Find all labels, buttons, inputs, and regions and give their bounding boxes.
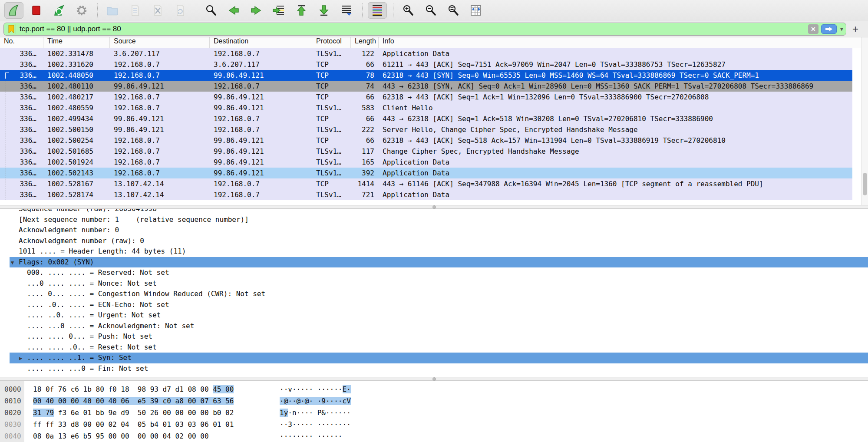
fin-icon (7, 4, 20, 17)
capture-options-button[interactable] (72, 2, 91, 19)
splitter-details-hex[interactable] (0, 377, 868, 381)
expander-open-icon[interactable]: ▼ (11, 257, 19, 268)
hex-row[interactable]: 002031 79 f3 6e 01 bb 9e d9 50 26 00 00 … (0, 407, 868, 419)
column-header-source[interactable]: Source (110, 37, 210, 48)
resizecols-icon (469, 4, 482, 17)
detail-line[interactable]: Acknowledgment number (raw): 0 (10, 236, 868, 247)
colorize-button[interactable] (368, 2, 387, 19)
detail-line[interactable]: ▼Flags: 0x002 (SYN) (10, 257, 868, 268)
detail-line[interactable]: .... 0... .... = Congestion Window Reduc… (10, 289, 868, 300)
detail-line[interactable]: [Next sequence number: 1 (relative seque… (10, 214, 868, 225)
column-header-time[interactable]: Time (43, 37, 110, 48)
column-header-destination[interactable]: Destination (210, 37, 312, 48)
column-header-length[interactable]: Length (351, 37, 379, 48)
packet-row[interactable]: 336…1002.502143192.168.0.799.86.49.121TL… (0, 168, 852, 178)
cell-info: Application Data (379, 189, 852, 200)
cell-protocol: TCP (312, 178, 351, 189)
cell-protocol: TLSv1… (312, 48, 351, 59)
cell-source: 192.168.0.7 (110, 102, 210, 113)
column-header-info[interactable]: Info (379, 37, 868, 48)
detail-text: .... ...0 .... = Acknowledgment: Not set (27, 322, 194, 330)
detail-line[interactable]: .... ...0 .... = Acknowledgment: Not set (10, 321, 868, 332)
splitter-list-details[interactable] (0, 205, 868, 209)
expander-closed-icon[interactable]: ▶ (19, 353, 27, 364)
hex-bytes[interactable]: ff ff 33 d8 00 00 02 04 05 b4 01 03 03 0… (33, 419, 263, 430)
main-toolbar (0, 0, 868, 21)
packet-row[interactable]: 336…1002.49943499.86.49.121192.168.0.7TC… (0, 113, 852, 124)
hex-row[interactable]: 001000 40 00 00 40 00 40 06 e5 39 c0 a8 … (0, 395, 868, 407)
display-filter-input[interactable] (20, 25, 805, 33)
column-header-no[interactable]: No. (0, 37, 43, 48)
column-header-protocol[interactable]: Protocol (312, 37, 351, 48)
hex-row[interactable]: 000018 0f 76 c6 1b 80 f0 18 98 93 d7 d1 … (0, 383, 868, 395)
packet-row[interactable]: 336…1002.50015099.86.49.121192.168.0.7TL… (0, 124, 852, 135)
packet-row[interactable]: 336…1002.52817413.107.42.14192.168.0.7TL… (0, 189, 852, 200)
hex-bytes[interactable]: 31 79 f3 6e 01 bb 9e d9 50 26 00 00 00 0… (33, 407, 263, 419)
docclose-icon (151, 4, 164, 17)
hex-ascii[interactable]: ··v····· ······E· (280, 383, 351, 395)
hex-bytes[interactable]: 18 0f 76 c6 1b 80 f0 18 98 93 d7 d1 08 0… (33, 383, 263, 395)
cell-length: 392 (351, 168, 379, 178)
detail-text: 1011 .... = Header Length: 44 bytes (11) (19, 247, 186, 255)
resize-columns-button[interactable] (466, 2, 485, 19)
packet-row[interactable]: 336…1002.480217192.168.0.799.86.49.121TC… (0, 92, 852, 102)
detail-line[interactable]: .... .0.. .... = ECN-Echo: Not set (10, 300, 868, 310)
hex-bytes[interactable]: 08 0a 13 e6 b5 95 00 00 00 00 04 02 00 0… (33, 430, 263, 442)
go-first-button[interactable] (292, 2, 311, 19)
hex-row[interactable]: 0030ff ff 33 d8 00 00 02 04 05 b4 01 03 … (0, 419, 868, 430)
detail-line[interactable]: Sequence number (raw): 2605041998 (10, 209, 868, 214)
restart-capture-button[interactable] (50, 2, 69, 19)
cell-info: 443 → 62318 [ACK] Seq=1 Ack=518 Win=3020… (379, 113, 852, 124)
filter-apply-button[interactable] (821, 24, 837, 34)
scrollbar-thumb[interactable] (863, 173, 867, 195)
packet-row[interactable]: 336…1002.500254192.168.0.799.86.49.121TC… (0, 135, 852, 146)
hex-ascii[interactable]: ·@··@·@· ·9····cV (280, 395, 351, 407)
packet-row[interactable]: 336…1002.48011099.86.49.121192.168.0.7TC… (0, 81, 852, 92)
detail-line[interactable]: .... .... ...0 = Fin: Not set (10, 363, 868, 374)
hex-ascii[interactable]: 1y·n···· P&······ (280, 407, 351, 419)
detail-line[interactable]: .... .... 0... = Push: Not set (10, 331, 868, 342)
go-forward-button[interactable] (247, 2, 266, 19)
detail-line[interactable]: Acknowledgment number: 0 (10, 225, 868, 236)
filter-bookmark-icon[interactable] (7, 24, 16, 34)
detail-line[interactable]: ▶.... .... ..1. = Syn: Set (10, 353, 868, 363)
go-last-button[interactable] (314, 2, 333, 19)
packet-row[interactable]: 336…1002.331620192.168.0.73.6.207.117TCP… (0, 59, 852, 70)
find-packet-button[interactable] (201, 2, 221, 19)
stop-capture-button[interactable] (27, 2, 46, 19)
start-capture-button[interactable] (4, 2, 23, 19)
auto-scroll-button[interactable] (337, 2, 356, 19)
detail-line[interactable]: 000. .... .... = Reserved: Not set (10, 267, 868, 278)
display-filter-field[interactable]: ✕ ▼ (3, 23, 846, 36)
zoomin-icon (402, 4, 415, 17)
hex-ascii[interactable]: ········ ······ (280, 430, 343, 442)
packet-row[interactable]: 336…1002.501924192.168.0.799.86.49.121TL… (0, 157, 852, 168)
detail-line[interactable]: ...0 .... .... = Nonce: Not set (10, 278, 868, 289)
filter-dropdown-caret[interactable]: ▼ (840, 26, 843, 32)
detail-text: ...0 .... .... = Nonce: Not set (27, 279, 157, 287)
goto-icon (272, 4, 285, 17)
zoom-out-button[interactable] (421, 2, 440, 19)
packet-row[interactable]: 336…1002.501685192.168.0.799.86.49.121TL… (0, 146, 852, 157)
detail-line[interactable]: 1011 .... = Header Length: 44 bytes (11) (10, 246, 868, 257)
zoom-reset-button[interactable] (444, 2, 463, 19)
hex-offset: 0020 (0, 407, 24, 419)
packet-list-scrollbar[interactable] (861, 37, 868, 205)
go-to-packet-button[interactable] (269, 2, 288, 19)
packet-row[interactable]: 336…1002.480559192.168.0.799.86.49.121TL… (0, 102, 852, 113)
detail-line[interactable]: .... .... .0.. = Reset: Not set (10, 342, 868, 353)
packet-row[interactable]: 336…1002.3314783.6.207.117192.168.0.7TLS… (0, 48, 852, 59)
zoom-in-button[interactable] (399, 2, 418, 19)
arrowright-icon (250, 4, 263, 17)
go-back-button[interactable] (224, 2, 243, 19)
hex-row[interactable]: 004008 0a 13 e6 b5 95 00 00 00 00 04 02 … (0, 430, 868, 442)
packet-row[interactable]: 336…1002.448050192.168.0.799.86.49.121TC… (0, 70, 852, 81)
cell-source: 99.86.49.121 (110, 81, 210, 92)
packet-row[interactable]: 336…1002.52816713.107.42.14192.168.0.7TC… (0, 178, 852, 189)
filter-clear-button[interactable]: ✕ (808, 24, 818, 34)
detail-line[interactable]: .... ..0. .... = Urgent: Not set (10, 310, 868, 321)
filter-add-button[interactable]: + (852, 23, 858, 35)
hex-bytes[interactable]: 00 40 00 00 40 00 40 06 e5 39 c0 a8 00 0… (33, 395, 263, 407)
hex-ascii[interactable]: ··3····· ········ (280, 419, 351, 430)
docreload-icon (174, 4, 187, 17)
